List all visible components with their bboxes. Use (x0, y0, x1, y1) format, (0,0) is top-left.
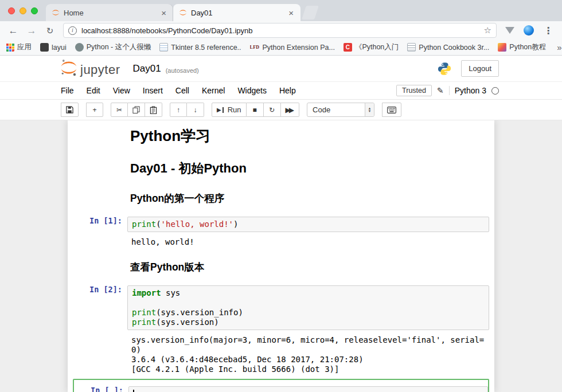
jupyter-menubar: File Edit View Insert Cell Kernel Widget… (0, 82, 562, 100)
command-palette-button[interactable] (382, 103, 401, 117)
trusted-badge[interactable]: Trusted (396, 85, 432, 96)
code-input-1[interactable]: print('hello, world!') (127, 217, 489, 232)
bookmark-tkinter-reference[interactable]: Tkinter 8.5 reference.. (159, 43, 241, 52)
menu-cell[interactable]: Cell (169, 84, 196, 97)
extension-triangle-icon[interactable] (505, 27, 514, 34)
code-cell-1[interactable]: In [1]: print('hello, world!') (73, 210, 489, 235)
tab-home[interactable]: Home × (46, 4, 173, 21)
paste-cell-button[interactable] (145, 103, 162, 117)
interrupt-kernel-button[interactable]: ■ (247, 103, 264, 117)
stop-icon: ■ (252, 107, 256, 113)
bookmark-python-tutorial[interactable]: Python教程 (498, 42, 546, 52)
bookmark-apps[interactable]: 应用 (6, 42, 32, 52)
step-forward-icon: ▶ (217, 107, 221, 113)
bookmark-star-icon[interactable]: ☆ (484, 25, 491, 36)
page-favicon-icon (159, 43, 168, 52)
bookmark-label: 应用 (17, 42, 32, 52)
bookmark-python-intro[interactable]: C 《Python入门 (344, 42, 399, 52)
site-info-icon[interactable]: i (68, 26, 77, 35)
close-window-button[interactable] (8, 7, 15, 14)
menu-help[interactable]: Help (273, 84, 302, 97)
cell-type-select[interactable]: Code ▲▼ (307, 103, 374, 117)
code-input-3[interactable] (128, 386, 488, 392)
output-cell-2: sys.version_info(major=3, minor=6, micro… (73, 333, 489, 378)
output-prompt (73, 237, 127, 247)
tab-day01[interactable]: Day01 × (173, 4, 300, 21)
browser-tab-strip: Home × Day01 × (0, 0, 562, 21)
red-c-favicon-icon: C (344, 43, 352, 52)
copy-icon (132, 106, 140, 113)
divider (449, 86, 450, 95)
minimize-window-button[interactable] (19, 7, 26, 14)
zoom-window-button[interactable] (31, 7, 38, 14)
back-button[interactable]: ← (6, 26, 21, 36)
window-controls (5, 7, 46, 14)
jupyter-logo-icon (60, 58, 78, 79)
input-prompt: In [1]: (73, 213, 127, 232)
reload-button[interactable]: ↻ (42, 26, 57, 35)
copy-cell-button[interactable] (128, 103, 145, 117)
markdown-cell-title[interactable]: Python学习 (73, 120, 489, 151)
book-favicon-icon (407, 43, 416, 52)
menu-edit[interactable]: Edit (80, 84, 107, 97)
bookmark-label: Python Extension Pa... (262, 44, 334, 52)
restart-run-all-button[interactable]: ▶▶ (281, 103, 299, 117)
kernel-name: Python 3 (455, 86, 486, 95)
new-tab-button[interactable] (302, 6, 319, 19)
bookmark-layui[interactable]: layui (40, 43, 67, 52)
menu-widgets[interactable]: Widgets (231, 84, 273, 97)
tab-close-icon[interactable]: × (287, 9, 295, 17)
restart-kernel-button[interactable]: ↻ (264, 103, 281, 117)
notebook-title[interactable]: Day01 (133, 63, 161, 75)
run-cell-button[interactable]: ▶ Run (212, 103, 247, 117)
forward-button[interactable]: → (24, 26, 39, 36)
move-cell-down-button[interactable]: ↓ (187, 103, 204, 117)
bookmark-python-extension[interactable]: LFD Python Extension Pa... (250, 43, 335, 52)
bookmark-python-blog[interactable]: Python - 这个人很懒 (75, 42, 151, 52)
keyboard-icon (387, 107, 396, 113)
cell-prompt (73, 154, 127, 179)
extension-globe-icon[interactable] (524, 25, 534, 36)
markdown-cell-version[interactable]: 查看Python版本 (73, 250, 489, 279)
notebook-heading-3: 查看Python版本 (130, 261, 489, 273)
restart-icon: ↻ (269, 107, 275, 113)
move-cell-up-button[interactable]: ↑ (170, 103, 187, 117)
output-text-1: hello, world! (127, 237, 489, 247)
menu-file[interactable]: File (54, 84, 80, 97)
code-cell-3-editing[interactable]: In [ ]: (73, 379, 489, 392)
markdown-cell-first-program[interactable]: Python的第一个程序 (73, 182, 489, 210)
save-button[interactable] (61, 103, 79, 117)
bookmark-label: layui (52, 44, 67, 52)
bookmarks-bar: 应用 layui Python - 这个人很懒 Tkinter 8.5 refe… (0, 40, 562, 56)
select-stepper-icon: ▲▼ (365, 103, 374, 116)
code-cell-2[interactable]: In [2]: import sys print(sys.version_inf… (73, 279, 489, 333)
tab-close-icon[interactable]: × (160, 9, 167, 17)
bookmark-python-cookbook[interactable]: Python Cookbook 3r... (407, 43, 489, 52)
jupyter-header: jupyter Day01 (autosaved) Logout (0, 56, 562, 82)
code-input-2[interactable]: import sys print(sys.version_info)print(… (127, 285, 489, 330)
cell-prompt (73, 185, 127, 207)
cell-type-value: Code (313, 105, 330, 114)
browser-menu-button[interactable]: ⋮ (540, 25, 556, 36)
menu-insert[interactable]: Insert (136, 84, 169, 97)
insert-cell-button[interactable]: + (86, 103, 103, 117)
logout-button[interactable]: Logout (461, 60, 499, 77)
text-cursor (133, 390, 134, 392)
scissors-icon: ✂ (116, 107, 122, 113)
cell-prompt (73, 123, 127, 148)
kernel-status-icon (491, 87, 499, 95)
cut-cell-button[interactable]: ✂ (111, 103, 128, 117)
jupyter-wordmark: jupyter (80, 62, 120, 77)
jupyter-favicon-icon (52, 9, 60, 17)
address-bar[interactable]: i localhost:8888/notebooks/PythonCode/Da… (63, 23, 497, 38)
markdown-cell-day01[interactable]: Day01 - 初始Python (73, 151, 489, 182)
bookmarks-overflow-button[interactable]: » (555, 42, 562, 52)
menu-kernel[interactable]: Kernel (196, 84, 231, 97)
floppy-icon (66, 106, 73, 113)
bookmark-label: Python - 这个人很懒 (87, 42, 151, 52)
notebook-scroll-area[interactable]: Python学习 Day01 - 初始Python Python的第一个程序 I… (0, 120, 562, 392)
jupyter-favicon-icon (179, 9, 187, 17)
plus-icon: + (92, 107, 96, 113)
menu-view[interactable]: View (107, 84, 136, 97)
jupyter-logo[interactable]: jupyter (60, 58, 120, 79)
